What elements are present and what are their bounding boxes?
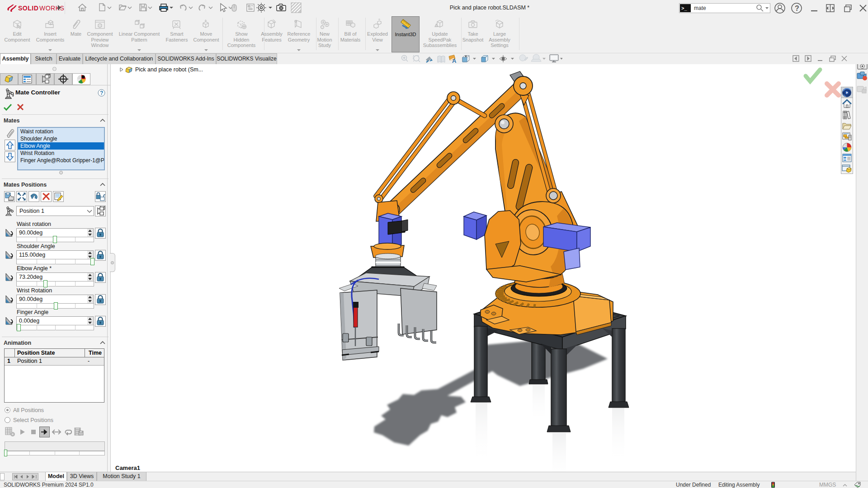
- svg-text:?: ?: [795, 5, 799, 12]
- svg-text:SOLID: SOLID: [18, 5, 38, 12]
- svg-text:A: A: [452, 57, 457, 64]
- svg-text:?: ?: [100, 90, 103, 96]
